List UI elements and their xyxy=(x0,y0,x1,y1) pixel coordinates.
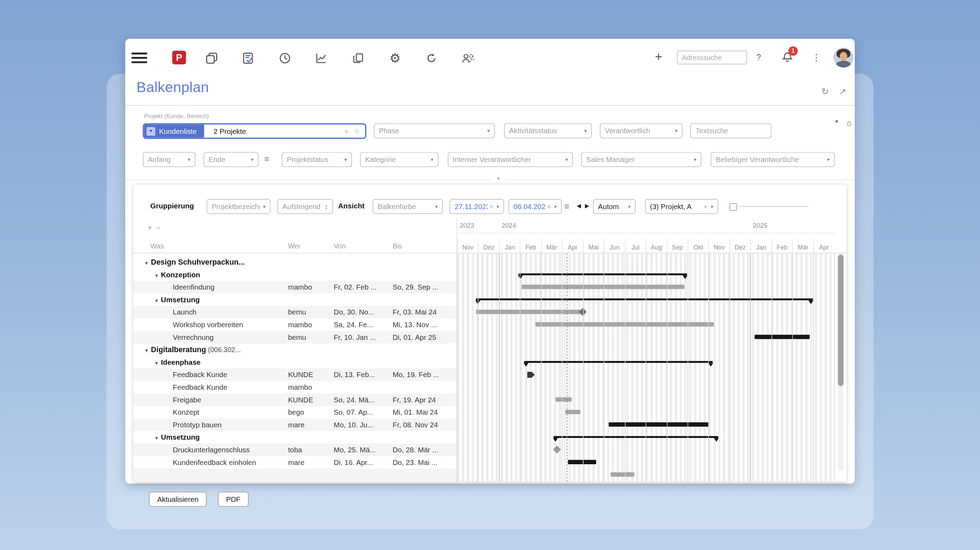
zoom-mode-select[interactable]: Autom ▾ xyxy=(593,199,636,214)
column-header[interactable]: Bis xyxy=(393,242,402,249)
sales-manager-filter[interactable]: Sales Manager ▾ xyxy=(581,152,702,167)
column-header[interactable]: Wer xyxy=(288,242,301,249)
table-row[interactable]: Kundenfeedback einholenmareDi, 16. Apr..… xyxy=(133,456,457,469)
zoom-slider-handle[interactable] xyxy=(730,203,737,211)
add-button[interactable]: + xyxy=(655,49,662,64)
scroll-right-arrow[interactable]: ▶ xyxy=(585,203,589,209)
gantt-milestone-diamond[interactable] xyxy=(553,445,561,454)
clear-date-icon[interactable]: × xyxy=(547,203,551,210)
table-row[interactable]: DruckunterlagenschlusstobaMo, 25. Mä...D… xyxy=(133,444,457,456)
balkenfarbe-select[interactable]: Balkenfarbe ▾ xyxy=(372,199,442,214)
gantt-summary-bar[interactable] xyxy=(519,273,687,275)
aktivitaetsstatus-filter[interactable]: Aktivitätsstatus ▾ xyxy=(504,124,592,138)
refresh-icon[interactable] xyxy=(425,51,438,65)
gruppierung-select[interactable]: Projektbezeichnung ▾ xyxy=(207,199,270,214)
table-row[interactable] xyxy=(133,468,457,481)
kategorie-filter[interactable]: Kategorie ▾ xyxy=(360,152,439,167)
table-row[interactable]: KonzeptbegoSo, 07. Ap...Mi, 01. Mai 24 xyxy=(133,406,457,418)
table-row[interactable]: ▾Design Schuhverpackun... xyxy=(133,256,457,268)
anfang-filter[interactable]: Anfang ▾ xyxy=(143,152,196,167)
copy-documents-icon[interactable] xyxy=(352,51,365,65)
gantt-progress-bar[interactable] xyxy=(555,397,572,401)
timeline-options-menu-icon[interactable]: ≡ xyxy=(564,201,570,211)
table-row[interactable]: ▾Konzeption xyxy=(133,268,457,281)
aktualisieren-button[interactable]: Aktualisieren xyxy=(149,492,207,507)
settings-gear-icon[interactable]: ⚙ xyxy=(388,51,402,65)
table-row[interactable]: Feedback Kundemambo xyxy=(133,381,457,394)
chart-icon[interactable] xyxy=(315,51,328,65)
gantt-progress-bar[interactable] xyxy=(566,410,581,414)
gantt-task-bar[interactable] xyxy=(609,422,709,426)
table-row[interactable]: ▾Umsetzung xyxy=(133,431,457,444)
user-avatar[interactable] xyxy=(833,48,853,68)
team-people-icon[interactable] xyxy=(461,51,476,65)
gantt-progress-bar[interactable] xyxy=(611,472,635,477)
pdf-button[interactable]: PDF xyxy=(218,492,249,507)
column-header[interactable]: Was xyxy=(150,242,164,249)
gantt-summary-bar[interactable] xyxy=(554,436,718,438)
app-logo[interactable]: P xyxy=(172,51,186,64)
table-row[interactable]: Prototyp bauenmareMo, 10. Ju...Fr, 08. N… xyxy=(133,418,457,431)
more-options-icon[interactable]: ⋮ xyxy=(811,52,821,63)
gantt-progress-bar[interactable] xyxy=(476,310,581,314)
collapse-triangle-icon[interactable]: ▾ xyxy=(145,260,148,266)
table-row[interactable]: Feedback KundeKUNDEDi, 13. Feb...Mo, 19.… xyxy=(133,369,457,381)
ende-filter[interactable]: Ende ▾ xyxy=(204,152,259,167)
gantt-task-bar[interactable] xyxy=(754,334,810,339)
time-clock-icon[interactable] xyxy=(278,51,292,65)
kundenliste-value[interactable]: 2 Projekte × ☆ xyxy=(204,124,365,138)
collapse-triangle-icon[interactable]: ▾ xyxy=(155,360,158,366)
chip-caret-icon[interactable]: ▾ xyxy=(147,127,156,135)
table-row[interactable]: ▾Umsetzung xyxy=(133,293,457,306)
gantt-summary-bar[interactable] xyxy=(524,361,713,363)
collapse-triangle-icon[interactable]: ▾ xyxy=(155,298,158,303)
vertical-scrollbar-thumb[interactable] xyxy=(838,255,843,386)
gantt-progress-bar[interactable] xyxy=(522,285,684,289)
table-row[interactable]: FreigabeKUNDESo, 24. Mä...Fr, 19. Apr 24 xyxy=(133,394,457,406)
home-icon[interactable]: ⌂ xyxy=(847,118,852,128)
table-row[interactable]: VerrechnungbemuFr, 10. Jan ...Di, 01. Ap… xyxy=(133,331,457,344)
address-search-input[interactable] xyxy=(677,51,747,64)
collapse-triangle-icon[interactable]: ▾ xyxy=(155,436,158,441)
reload-view-icon[interactable]: ↻ xyxy=(822,86,829,96)
clear-columns-icon[interactable]: × xyxy=(703,203,707,210)
visible-columns-select[interactable]: (3) Projekt, A × ▾ xyxy=(645,199,718,214)
date-from-input[interactable]: 27.11.2023 × ▾ xyxy=(450,199,504,214)
beliebiger-verantwortliche-filter[interactable]: Beliebiger Verantwortliche ▾ xyxy=(711,152,835,167)
date-to-input[interactable]: 06.04.2025 × ▾ xyxy=(509,199,562,214)
collapse-section-handle[interactable]: ▾ xyxy=(491,176,506,183)
expand-all-icon[interactable]: + xyxy=(148,224,152,231)
collapse-filters-chevron-icon[interactable]: ▾ xyxy=(835,118,838,124)
gantt-task-bar[interactable] xyxy=(568,460,596,464)
scroll-left-arrow[interactable]: ◀ xyxy=(577,203,581,209)
table-row[interactable]: IdeenfindungmamboFr, 02. Feb ...So, 29. … xyxy=(133,281,457,293)
help-button[interactable]: ? xyxy=(756,53,761,62)
collapse-triangle-icon[interactable]: ▾ xyxy=(145,348,148,353)
collapse-all-icon[interactable]: − xyxy=(156,224,160,231)
interner-verantwortlicher-filter[interactable]: Interner Verantwortlicher ▾ xyxy=(448,152,573,167)
start-date-cell xyxy=(334,293,391,306)
sort-order-select[interactable]: Aufsteigend ↕ xyxy=(278,199,333,214)
kundenliste-filter-control[interactable]: ▾ Kundenliste 2 Projekte × ☆ xyxy=(143,124,366,139)
verantwortlich-filter[interactable]: Verantwortlich ▾ xyxy=(600,124,682,138)
collapse-triangle-icon[interactable]: ▾ xyxy=(155,273,158,278)
table-row[interactable]: ▾Digitalberatung (006.302... xyxy=(133,343,457,356)
textsuche-input[interactable] xyxy=(690,124,772,138)
phase-filter[interactable]: Phase ▾ xyxy=(374,124,495,138)
kundenliste-chip[interactable]: ▾ Kundenliste xyxy=(144,124,204,138)
gantt-summary-bar[interactable] xyxy=(476,298,813,300)
table-row[interactable]: ▾Ideenphase xyxy=(133,356,457,369)
projektstatus-filter[interactable]: Projektstatus ▾ xyxy=(282,152,352,167)
clear-filter-icon[interactable]: × xyxy=(344,127,348,135)
tasks-checklist-icon[interactable] xyxy=(241,51,255,65)
date-options-menu-icon[interactable]: ≡ xyxy=(264,154,269,164)
column-header[interactable]: Von xyxy=(334,242,346,249)
projects-icon[interactable] xyxy=(205,51,218,65)
gantt-marker-flag[interactable] xyxy=(527,371,535,378)
favorite-star-icon[interactable]: ☆ xyxy=(353,127,360,135)
clear-date-icon[interactable]: × xyxy=(489,203,493,210)
menu-icon[interactable] xyxy=(132,53,147,66)
open-external-icon[interactable]: ↗ xyxy=(839,86,846,96)
table-row[interactable]: Workshop vorbereitenmamboSa, 24. Fe...Mi… xyxy=(133,319,457,331)
table-row[interactable]: LaunchbemuDo, 30. No...Fr, 03. Mai 24 xyxy=(133,306,457,319)
